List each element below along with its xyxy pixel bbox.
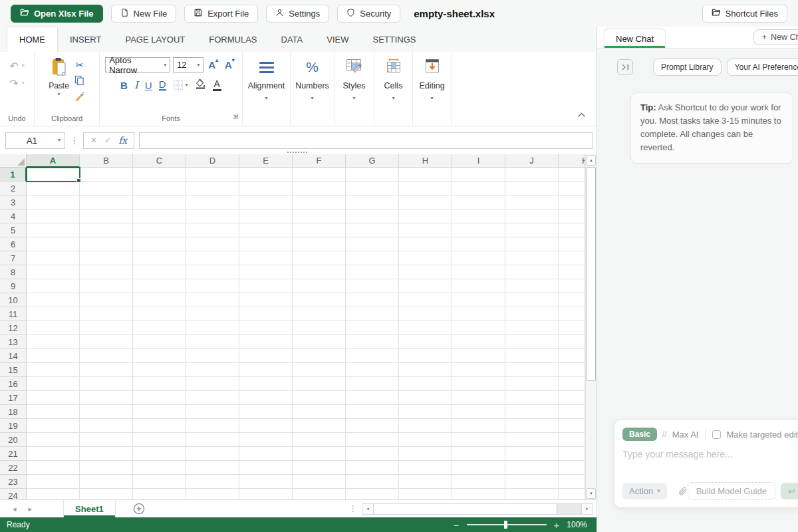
ribbon-tab-insert[interactable]: INSERT (58, 27, 113, 52)
cell-d14[interactable] (186, 349, 239, 363)
cell-e2[interactable] (239, 182, 293, 196)
cell-e6[interactable] (239, 237, 293, 251)
cell-h2[interactable] (399, 182, 452, 196)
zoom-out-icon[interactable]: − (454, 520, 460, 530)
cell-e20[interactable] (239, 433, 293, 447)
cell-a15[interactable] (27, 363, 80, 377)
cell-d11[interactable] (186, 307, 239, 321)
cell-f24[interactable] (293, 489, 346, 499)
cell-j12[interactable] (505, 321, 559, 335)
cell-a2[interactable] (27, 182, 80, 196)
cell-j6[interactable] (505, 237, 559, 251)
cell-h21[interactable] (399, 447, 452, 461)
cell-e11[interactable] (239, 307, 293, 321)
cell-e15[interactable] (239, 363, 293, 377)
ribbon-tab-data[interactable]: DATA (269, 27, 315, 52)
cell-f4[interactable] (293, 209, 346, 223)
cell-j16[interactable] (505, 377, 559, 391)
cell-c16[interactable] (133, 377, 186, 391)
cell-d3[interactable] (186, 196, 239, 209)
cell-g14[interactable] (346, 349, 399, 363)
cell-b17[interactable] (80, 391, 133, 405)
row-header-24[interactable]: 24 (0, 489, 27, 499)
cell-d18[interactable] (186, 405, 239, 419)
cell-f22[interactable] (293, 461, 346, 475)
cell-b19[interactable] (80, 419, 133, 433)
cell-f21[interactable] (293, 447, 346, 461)
cell-i11[interactable] (452, 307, 505, 321)
cell-b6[interactable] (80, 237, 133, 251)
cell-j20[interactable] (505, 433, 559, 447)
row-header-4[interactable]: 4 (0, 209, 27, 223)
cell-c11[interactable] (133, 307, 186, 321)
cell-h3[interactable] (399, 196, 452, 209)
cell-c21[interactable] (133, 447, 186, 461)
ribbon-tab-settings[interactable]: SETTINGS (360, 27, 428, 52)
add-sheet-icon[interactable] (133, 503, 145, 515)
cell-g13[interactable] (346, 335, 399, 349)
cell-k5[interactable] (559, 223, 585, 237)
cell-d10[interactable] (186, 293, 239, 307)
cell-b12[interactable] (80, 321, 133, 335)
row-header-18[interactable]: 18 (0, 405, 27, 419)
horizontal-scrollbar[interactable]: ◂ ▸ (362, 503, 593, 515)
cell-k8[interactable] (559, 265, 585, 279)
cut-icon[interactable]: ✂ (74, 59, 85, 71)
formula-bar-resize-handle[interactable] (287, 152, 307, 153)
cell-f2[interactable] (293, 182, 346, 196)
cell-b3[interactable] (80, 196, 133, 209)
cell-i7[interactable] (452, 251, 505, 265)
cell-f3[interactable] (293, 196, 346, 209)
scroll-up-icon[interactable]: ▴ (587, 155, 596, 166)
cell-a14[interactable] (27, 349, 80, 363)
cancel-entry-icon[interactable]: ✕ (90, 136, 97, 145)
row-header-23[interactable]: 23 (0, 475, 27, 489)
cell-c15[interactable] (133, 363, 186, 377)
cells-group-button[interactable]: Cells ▾ (374, 52, 413, 126)
cell-a21[interactable] (27, 447, 80, 461)
cell-f11[interactable] (293, 307, 346, 321)
cell-h17[interactable] (399, 391, 452, 405)
cell-f14[interactable] (293, 349, 346, 363)
cell-e22[interactable] (239, 461, 293, 475)
cell-c13[interactable] (133, 335, 186, 349)
cell-f5[interactable] (293, 223, 346, 237)
cell-j3[interactable] (505, 196, 559, 209)
scroll-down-icon[interactable]: ▾ (587, 488, 596, 499)
column-header-d[interactable]: D (186, 154, 239, 168)
previous-sheet-icon[interactable]: ◂ (7, 505, 23, 513)
undo-dropdown-caret[interactable]: ▾ (22, 63, 25, 68)
cell-i13[interactable] (452, 335, 505, 349)
copy-icon[interactable] (74, 74, 85, 86)
cell-e7[interactable] (239, 251, 293, 265)
column-header-k[interactable]: K (559, 154, 585, 168)
cell-b4[interactable] (80, 209, 133, 223)
row-header-21[interactable]: 21 (0, 447, 27, 461)
cell-g15[interactable] (346, 363, 399, 377)
row-header-15[interactable]: 15 (0, 363, 27, 377)
cell-j18[interactable] (505, 405, 559, 419)
cell-j21[interactable] (505, 447, 559, 461)
cell-h16[interactable] (399, 377, 452, 391)
attach-file-icon[interactable] (678, 486, 688, 497)
cell-f18[interactable] (293, 405, 346, 419)
cell-b24[interactable] (80, 489, 133, 499)
column-header-e[interactable]: E (239, 154, 293, 168)
row-header-14[interactable]: 14 (0, 349, 27, 363)
increase-font-size-button[interactable]: A▴ (206, 59, 220, 70)
cell-b23[interactable] (80, 475, 133, 489)
cell-e13[interactable] (239, 335, 293, 349)
cell-g4[interactable] (346, 209, 399, 223)
column-header-b[interactable]: B (80, 154, 133, 168)
cell-c22[interactable] (133, 461, 186, 475)
cell-a19[interactable] (27, 419, 80, 433)
cell-j8[interactable] (505, 265, 559, 279)
cell-h6[interactable] (399, 237, 452, 251)
cell-h1[interactable] (399, 168, 452, 182)
max-ai-mode-toggle[interactable]: Max AI (672, 430, 699, 440)
send-message-button[interactable]: ↵ (781, 483, 798, 499)
targeted-edits-label[interactable]: Make targeted edits (726, 430, 798, 440)
cell-k15[interactable] (559, 363, 585, 377)
cell-d12[interactable] (186, 321, 239, 335)
cell-d2[interactable] (186, 182, 239, 196)
